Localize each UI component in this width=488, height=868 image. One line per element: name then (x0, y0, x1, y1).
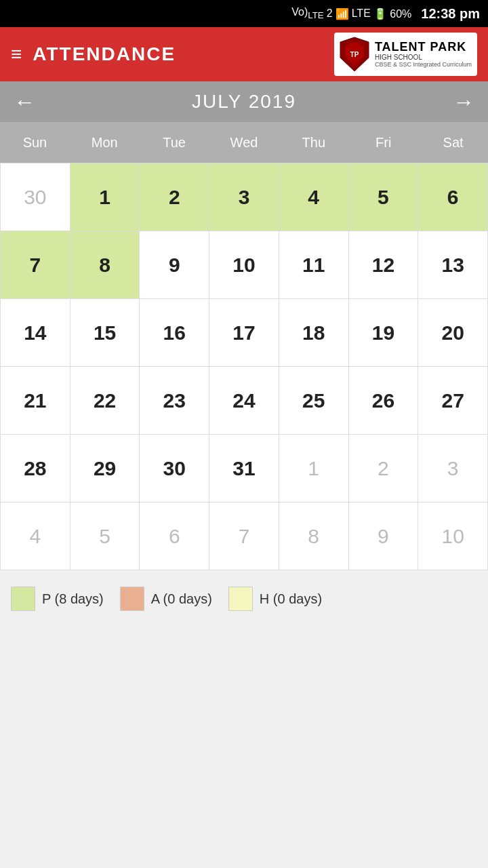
calendar-cell[interactable]: 27 (418, 367, 488, 435)
app-header: ≡ ATTENDANCE TP TALENT PARK HIGH SCHOOL … (0, 27, 488, 81)
status-bar: Vo)LTE 2 📶 LTE 🔋 60% 12:38 pm (0, 0, 488, 27)
day-header-thu: Thu (279, 135, 348, 151)
calendar-cell[interactable]: 22 (70, 367, 140, 435)
calendar-cell[interactable]: 11 (279, 231, 349, 299)
calendar-cell[interactable]: 30 (140, 435, 209, 502)
calendar-cell[interactable]: 24 (209, 367, 279, 435)
days-header: SunMonTueWedThuFriSat (0, 122, 488, 163)
calendar-cell[interactable]: 25 (279, 367, 349, 435)
lte-icon: LTE (352, 7, 371, 20)
absent-legend: A (0 days) (120, 587, 212, 611)
holiday-legend: H (0 days) (228, 587, 322, 611)
present-color-box (11, 587, 35, 611)
calendar-cell[interactable]: 7 (1, 231, 70, 299)
calendar-cell[interactable]: 19 (349, 299, 419, 367)
calendar-cell[interactable]: 13 (418, 231, 488, 299)
calendar-cell[interactable]: 20 (418, 299, 488, 367)
menu-icon[interactable]: ≡ (11, 43, 22, 65)
next-month-button[interactable]: → (453, 90, 474, 115)
calendar-cell[interactable]: 14 (1, 299, 70, 367)
calendar-cell[interactable]: 21 (1, 367, 70, 435)
calendar-cell[interactable]: 5 (70, 502, 140, 570)
month-year-label: JULY 2019 (192, 91, 296, 113)
present-label: P (8 days) (42, 591, 104, 607)
calendar-cell[interactable]: 10 (209, 231, 279, 299)
page-title: ATTENDANCE (33, 43, 176, 65)
calendar-cell[interactable]: 3 (418, 435, 488, 502)
school-sub: HIGH SCHOOL (375, 54, 472, 61)
calendar-cell[interactable]: 6 (140, 502, 209, 570)
calendar-cell[interactable]: 6 (418, 163, 488, 231)
header-left: ≡ ATTENDANCE (11, 43, 176, 65)
calendar-cell[interactable]: 2 (140, 163, 209, 231)
day-header-sun: Sun (0, 135, 70, 151)
absent-color-box (120, 587, 144, 611)
calendar-cell[interactable]: 9 (140, 231, 209, 299)
calendar-cell[interactable]: 2 (349, 435, 419, 502)
calendar-cell[interactable]: 8 (279, 502, 349, 570)
school-name: TALENT PARK (375, 41, 472, 54)
present-legend: P (8 days) (11, 587, 104, 611)
battery-icon: 🔋 60% (373, 7, 411, 20)
calendar-cell[interactable]: 4 (1, 502, 70, 570)
calendar-grid: 3012345678910111213141516171819202122232… (0, 163, 488, 570)
holiday-color-box (228, 587, 253, 611)
signal-icon: 📶 (336, 7, 349, 20)
day-header-sat: Sat (418, 135, 488, 151)
calendar-cell[interactable]: 26 (349, 367, 419, 435)
calendar-cell[interactable]: 9 (349, 502, 419, 570)
calendar-cell[interactable]: 15 (70, 299, 140, 367)
day-header-fri: Fri (348, 135, 418, 151)
carrier-icon: Vo)LTE (291, 6, 323, 20)
calendar-cell[interactable]: 8 (70, 231, 140, 299)
calendar-cell[interactable]: 12 (349, 231, 419, 299)
calendar-cell[interactable]: 28 (1, 435, 70, 502)
shield-icon: TP (340, 37, 369, 72)
month-nav: ← JULY 2019 → (0, 81, 488, 122)
calendar-cell[interactable]: 31 (209, 435, 279, 502)
calendar-cell[interactable]: 4 (279, 163, 349, 231)
day-header-tue: Tue (140, 135, 209, 151)
calendar-cell[interactable]: 17 (209, 299, 279, 367)
school-cbse: CBSE & SSC Integrated Curriculum (375, 61, 472, 68)
calendar-cell[interactable]: 29 (70, 435, 140, 502)
status-icons: Vo)LTE 2 📶 LTE 🔋 60% (291, 6, 411, 20)
attendance-legend: P (8 days) A (0 days) H (0 days) (0, 570, 488, 627)
day-header-wed: Wed (209, 135, 279, 151)
sim-icon: 2 (327, 7, 333, 20)
calendar-cell[interactable]: 5 (349, 163, 419, 231)
calendar-cell[interactable]: 3 (209, 163, 279, 231)
calendar-cell[interactable]: 7 (209, 502, 279, 570)
calendar-cell[interactable]: 18 (279, 299, 349, 367)
school-logo: TP TALENT PARK HIGH SCHOOL CBSE & SSC In… (334, 33, 477, 76)
calendar-cell[interactable]: 1 (70, 163, 140, 231)
calendar-cell[interactable]: 10 (418, 502, 488, 570)
calendar-cell[interactable]: 1 (279, 435, 349, 502)
svg-text:TP: TP (350, 51, 359, 58)
calendar-cell[interactable]: 30 (1, 163, 70, 231)
holiday-label: H (0 days) (260, 591, 322, 607)
calendar-cell[interactable]: 16 (140, 299, 209, 367)
calendar-cell[interactable]: 23 (140, 367, 209, 435)
day-header-mon: Mon (70, 135, 140, 151)
absent-label: A (0 days) (151, 591, 212, 607)
prev-month-button[interactable]: ← (14, 90, 35, 115)
status-time: 12:38 pm (421, 6, 480, 22)
